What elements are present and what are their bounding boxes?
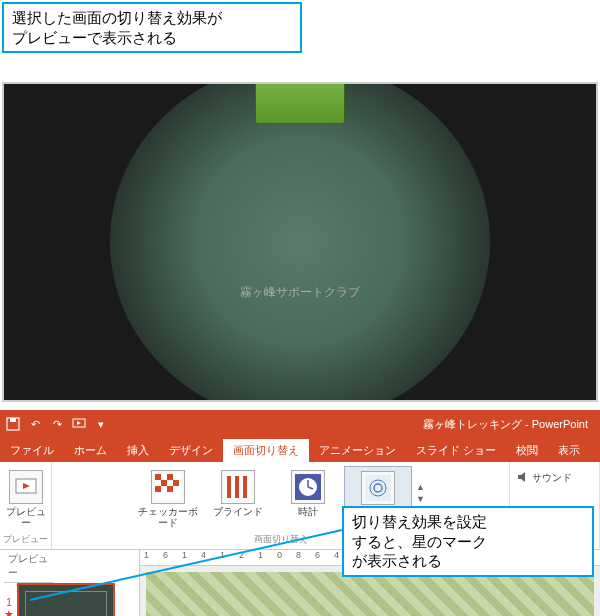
checkerboard-icon [151,470,185,504]
slideshow-icon[interactable] [70,415,88,433]
tab-home[interactable]: ホーム [64,439,117,462]
ripple-icon [361,471,395,505]
qat-dropdown-icon[interactable]: ▾ [92,415,110,433]
svg-rect-7 [161,480,167,486]
slide-subtitle: 霧ヶ峰サポートクラブ [240,284,360,301]
tab-transitions[interactable]: 画面切り替え [223,439,309,462]
transition-preview-screenshot: 霧ヶ峰サポートクラブ [2,82,598,402]
save-icon[interactable] [4,415,22,433]
group-label-preview: プレビュー [2,532,49,547]
tab-file[interactable]: ファイル [0,439,64,462]
preview-pane-label: プレビュー [4,550,54,583]
ornament-icon [54,84,134,184]
slide-number: 1 [6,597,12,608]
tab-view[interactable]: 表示 [548,439,590,462]
svg-rect-6 [167,474,173,480]
svg-rect-1 [10,418,16,422]
transition-clock[interactable]: 時計 [274,466,342,532]
transition-blinds[interactable]: ブラインド [204,466,272,532]
svg-rect-13 [235,476,239,498]
svg-rect-10 [167,486,173,492]
preview-icon [9,470,43,504]
preview-button-label: プレビュー [4,506,48,528]
ornament-icon [466,300,546,400]
transition-checkerboard[interactable]: チェッカーボード [134,466,202,532]
sound-dropdown[interactable]: サウンド [512,466,576,490]
svg-rect-9 [155,486,161,492]
slide-thumbnail-1[interactable] [17,583,115,616]
window-title: 霧ヶ峰トレッキング - PowerPoint [423,417,588,432]
undo-icon[interactable]: ↶ [26,415,44,433]
slide-thumbnails: プレビュー 1 ★ [0,550,140,616]
svg-rect-12 [227,476,231,498]
transition-label: ブラインド [213,506,263,517]
tab-review[interactable]: 校閲 [506,439,548,462]
tab-design[interactable]: デザイン [159,439,223,462]
transition-star-icon: ★ [4,608,14,616]
clock-icon [291,470,325,504]
blinds-icon [221,470,255,504]
callout-star-explanation: 切り替え効果を設定 すると、星のマーク が表示される [342,506,594,577]
svg-rect-17 [365,475,391,501]
sound-label: サウンド [532,471,572,485]
sound-icon [516,470,530,486]
svg-rect-8 [173,480,179,486]
gallery-up-icon[interactable]: ▲ [416,482,425,492]
preview-button[interactable]: プレビュー [2,466,50,532]
tab-insert[interactable]: 挿入 [117,439,159,462]
svg-rect-14 [243,476,247,498]
quick-access-toolbar: ↶ ↷ ▾ 霧ヶ峰トレッキング - PowerPoint [0,410,600,438]
gallery-down-icon[interactable]: ▼ [416,494,425,504]
tab-slideshow[interactable]: スライド ショー [406,439,506,462]
transition-label: チェッカーボード [136,506,200,528]
ornament-icon [54,300,134,400]
svg-rect-5 [155,474,161,480]
slide-title-badge [255,82,345,124]
transition-label: 時計 [298,506,318,517]
slide-canvas[interactable] [146,572,594,616]
redo-icon[interactable]: ↷ [48,415,66,433]
callout-preview-explanation: 選択した画面の切り替え効果が プレビューで表示される [2,2,302,53]
ornament-icon [466,84,546,184]
tab-animations[interactable]: アニメーション [309,439,406,462]
ribbon-tabs: ファイル ホーム 挿入 デザイン 画面切り替え アニメーション スライド ショー… [0,438,600,462]
